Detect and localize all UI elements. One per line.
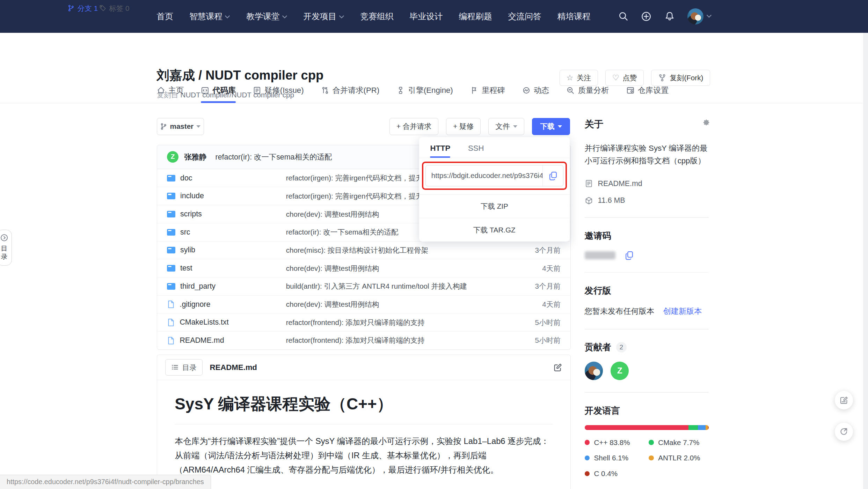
file-name[interactable]: third_party — [180, 282, 216, 291]
tab-label: 疑修(Issue) — [264, 85, 304, 96]
create-release-link[interactable]: 创建新版本 — [663, 306, 702, 317]
nav-item-teaching[interactable]: 教学课堂 — [246, 11, 287, 22]
tab-http[interactable]: HTTP — [430, 144, 450, 158]
contributors-count-badge: 2 — [616, 342, 627, 353]
file-name[interactable]: README.md — [180, 336, 224, 345]
feedback-button[interactable] — [835, 391, 853, 409]
nav-item-coding-practice[interactable]: 编程刷题 — [459, 11, 492, 22]
table-row[interactable]: .gitignore chore(dev): 调整test用例结构 4天前 — [157, 295, 571, 313]
commit-message[interactable]: chore(dev): 调整test用例结构 — [286, 264, 516, 273]
file-name[interactable]: .gitignore — [180, 300, 210, 309]
copy-invite-button[interactable] — [625, 251, 634, 260]
share-refresh-button[interactable] — [835, 423, 853, 441]
commit-message[interactable]: chore(misc): 按目录结构设计初始化工程骨架 — [286, 245, 516, 255]
file-name[interactable]: doc — [180, 174, 192, 183]
download-zip-item[interactable]: 下载 ZIP — [419, 194, 570, 218]
folder-icon — [167, 193, 175, 199]
nav-item-competitions[interactable]: 竞赛组织 — [360, 11, 394, 22]
language-item: C 0.4% — [585, 469, 644, 478]
new-issue-button[interactable]: + 疑修 — [446, 118, 481, 135]
bell-icon[interactable] — [664, 11, 675, 22]
nav-item-qa[interactable]: 交流问答 — [508, 11, 541, 22]
language-item: Shell 6.1% — [585, 454, 644, 462]
tab-pull-requests[interactable]: 合并请求(PR) — [321, 85, 380, 103]
download-button[interactable]: 下载 — [532, 118, 570, 135]
contributor-avatar[interactable] — [585, 362, 603, 380]
file-name[interactable]: scripts — [180, 210, 202, 218]
tab-repo-settings[interactable]: 仓库设置 — [626, 85, 669, 103]
scrollbar[interactable] — [863, 33, 868, 489]
clone-url-input[interactable]: https://bdgit.educoder.net/p9s376i4 — [426, 165, 543, 186]
toc-button[interactable]: 目录 — [165, 359, 203, 375]
language-dot — [585, 440, 590, 445]
commit-message[interactable]: chore(dev): 调整test用例结构 — [286, 299, 516, 309]
nav-label: 智慧课程 — [189, 11, 223, 22]
like-button[interactable]: ♡点赞 — [605, 70, 644, 86]
tab-quality-analysis[interactable]: 质量分析 — [566, 85, 609, 103]
table-row[interactable]: test chore(dev): 调整test用例结构 4天前 — [157, 259, 571, 277]
file-name[interactable]: src — [180, 228, 190, 237]
commit-author-avatar[interactable]: Z — [167, 151, 178, 163]
releases-title: 发行版 — [585, 285, 709, 297]
language-item: ANTLR 2.0% — [649, 454, 708, 462]
contributor-avatar[interactable]: Z — [611, 362, 629, 380]
file-icon — [167, 318, 175, 327]
file-name[interactable]: test — [180, 264, 192, 273]
branches-link[interactable]: 分支 1 — [67, 3, 98, 13]
divider — [585, 217, 709, 218]
tab-issues[interactable]: 疑修(Issue) — [253, 85, 304, 103]
file-menu-button[interactable]: 文件 — [488, 118, 524, 135]
tab-milestones[interactable]: 里程碑 — [470, 85, 505, 103]
table-row[interactable]: third_party build(antlr): 引入第三方 ANTLR4 r… — [157, 277, 571, 295]
watch-button[interactable]: ☆关注 — [560, 70, 598, 86]
tab-activity[interactable]: 动态 — [522, 85, 549, 103]
table-row[interactable]: CMakeLists.txt refactor(frontend): 添加对只编… — [157, 313, 571, 331]
file-name[interactable]: sylib — [180, 246, 195, 254]
file-name[interactable]: include — [180, 192, 204, 200]
commit-date: 5小时前 — [516, 318, 561, 327]
toc-side-tab[interactable]: 目录 — [0, 230, 12, 266]
nav-label: 毕业设计 — [410, 11, 443, 22]
commit-message[interactable]: build(antlr): 引入第三方 ANTLR4 runtime/tool … — [286, 281, 516, 291]
code-icon — [201, 86, 209, 95]
table-row[interactable]: README.md refactor(frontend): 添加对只编译前端的支… — [157, 331, 571, 349]
branch-selector[interactable]: master — [157, 118, 204, 135]
nav-item-training[interactable]: 精培课程 — [557, 11, 591, 22]
readme-link[interactable]: README.md — [585, 179, 709, 188]
plus-circle-icon[interactable] — [641, 11, 651, 22]
table-row[interactable]: sylib chore(misc): 按目录结构设计初始化工程骨架 3个月前 — [157, 241, 571, 259]
avatar[interactable] — [687, 8, 703, 24]
search-icon[interactable] — [618, 11, 628, 21]
file-name[interactable]: CMakeLists.txt — [180, 318, 228, 327]
download-targz-item[interactable]: 下载 TAR.GZ — [419, 218, 570, 242]
nav-item-dev-projects[interactable]: 开发项目 — [303, 11, 344, 22]
user-menu[interactable] — [687, 8, 712, 24]
nav-item-smart-courses[interactable]: 智慧课程 — [189, 11, 230, 22]
tags-link[interactable]: 标签 0 — [99, 3, 130, 13]
readme-filename: README.md — [210, 363, 257, 372]
gear-icon[interactable] — [702, 118, 711, 127]
commit-message[interactable]: refactor(frontend): 添加对只编译前端的支持 — [286, 318, 516, 327]
top-navbar: 首页 智慧课程 教学课堂 开发项目 竞赛组织 毕业设计 编程刷题 交流问答 精培… — [0, 0, 868, 33]
commit-author[interactable]: 张雅静 — [184, 152, 206, 162]
copy-url-button[interactable] — [542, 165, 563, 186]
nav-label: 首页 — [157, 11, 174, 22]
language-bar-segment — [688, 425, 698, 430]
nav-item-home[interactable]: 首页 — [157, 11, 174, 22]
nav-item-graduation[interactable]: 毕业设计 — [410, 11, 443, 22]
tab-repository[interactable]: 代码库 — [201, 85, 236, 103]
tab-ssh[interactable]: SSH — [468, 144, 484, 158]
commit-message[interactable]: refactor(frontend): 添加对只编译前端的支持 — [286, 335, 516, 345]
commit-message[interactable]: refactor(ir): 改一下sema相关的适配 — [216, 152, 332, 162]
milestone-flag-icon — [470, 86, 479, 95]
nav-label: 竞赛组织 — [360, 11, 394, 22]
new-pr-button[interactable]: + 合并请求 — [389, 118, 438, 135]
tab-home[interactable]: 主页 — [157, 85, 184, 103]
tab-engine[interactable]: 引擎(Engine) — [396, 85, 453, 103]
readme-paragraph-line2: 从前端（词法/语法分析与语法树处理）到中端（IR 生成、基本标量优化），再到后端… — [175, 451, 498, 474]
fork-button[interactable]: 复刻(Fork) — [651, 70, 710, 86]
edit-icon[interactable] — [553, 363, 562, 372]
nav-label: 编程刷题 — [459, 11, 492, 22]
language-bar-segment — [698, 425, 706, 430]
toc-side-tab-label: 目录 — [1, 244, 8, 261]
